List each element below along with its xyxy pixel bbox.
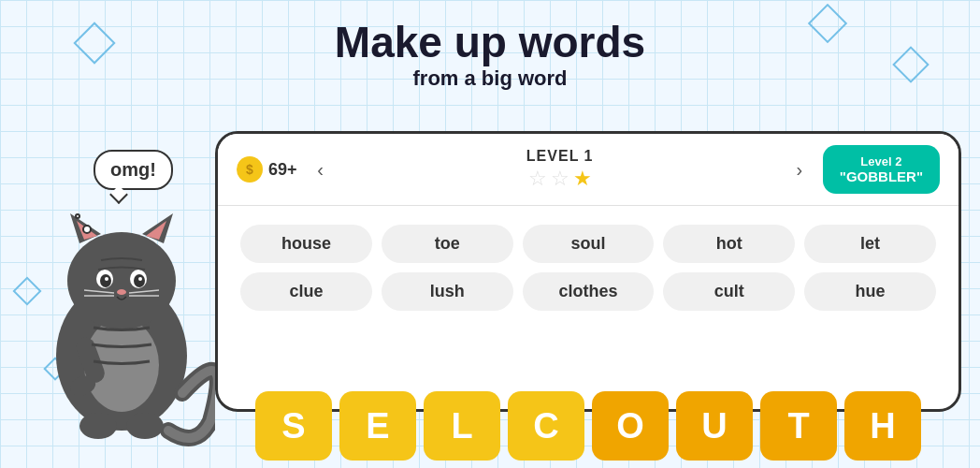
next-level-label: Level 2 (840, 154, 923, 168)
tile-T[interactable]: T (760, 391, 837, 461)
sub-title: from a big word (0, 66, 980, 91)
game-panel: $ 69+ ‹ LEVEL 1 ☆ ☆ ★ › Level 2 "GOBBLER… (215, 131, 961, 412)
tile-U[interactable]: U (676, 391, 753, 461)
bubble-2 (75, 213, 80, 219)
speech-bubble: omg! (94, 150, 173, 190)
word-cell-clothes[interactable]: clothes (523, 272, 655, 311)
panel-topbar: $ 69+ ‹ LEVEL 1 ☆ ☆ ★ › Level 2 "GOBBLER… (218, 134, 958, 206)
main-title: Make up words (0, 19, 980, 66)
svg-point-13 (117, 289, 126, 295)
next-level-button[interactable]: Level 2 "GOBBLER" (823, 145, 940, 194)
coin-count: 69+ (268, 160, 297, 180)
svg-point-2 (67, 232, 176, 329)
word-cell-let[interactable]: let (804, 225, 936, 263)
star-1: ☆ (528, 167, 547, 191)
level-center: LEVEL 1 ☆ ☆ ★ (344, 148, 776, 191)
svg-point-19 (126, 413, 164, 439)
title-area: Make up words from a big word (0, 19, 980, 91)
tile-E[interactable]: E (339, 391, 416, 461)
cat-container: omg! (19, 112, 224, 468)
svg-point-12 (138, 277, 142, 281)
bubble-1 (82, 225, 92, 234)
coin-icon: $ (237, 156, 263, 183)
word-cell-toe[interactable]: toe (382, 225, 513, 263)
speech-text: omg! (110, 159, 156, 180)
word-cell-cult[interactable]: cult (663, 272, 795, 311)
word-cell-house[interactable]: house (240, 225, 372, 263)
level-label: LEVEL 1 (344, 148, 776, 165)
word-cell-hue[interactable]: hue (804, 272, 936, 311)
svg-point-9 (100, 274, 111, 287)
tile-C[interactable]: C (508, 391, 584, 461)
stars-row: ☆ ☆ ★ (344, 167, 776, 191)
svg-point-11 (105, 277, 108, 281)
star-2: ☆ (551, 167, 569, 191)
coin-area: $ 69+ (237, 156, 297, 183)
word-cell-soul[interactable]: soul (523, 225, 655, 263)
next-level-word: "GOBBLER" (840, 168, 923, 184)
word-cell-hot[interactable]: hot (663, 225, 795, 263)
word-grid: house toe soul hot let clue lush clothes… (218, 206, 958, 329)
word-cell-lush[interactable]: lush (382, 272, 513, 311)
tile-H[interactable]: H (844, 391, 921, 461)
nav-right-button[interactable]: › (785, 155, 814, 183)
nav-left-button[interactable]: ‹ (307, 155, 335, 183)
word-cell-clue[interactable]: clue (240, 272, 372, 311)
tile-O[interactable]: O (592, 391, 669, 461)
svg-point-18 (79, 413, 117, 439)
svg-point-10 (134, 274, 145, 287)
letter-tiles: S E L C O U T H (215, 384, 961, 468)
star-3: ★ (573, 167, 592, 191)
tile-S[interactable]: S (255, 391, 332, 461)
tile-L[interactable]: L (424, 391, 500, 461)
